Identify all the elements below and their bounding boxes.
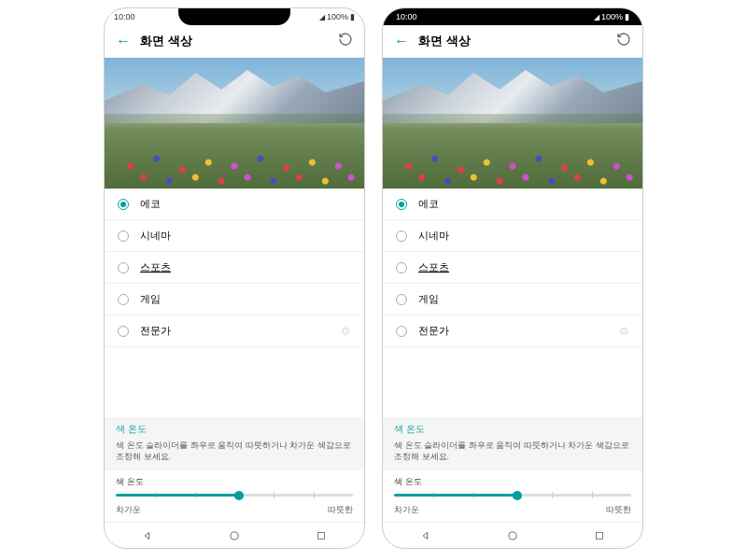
temp-description: 색 온도 슬라이더를 좌우로 움직여 따뜻하거나 차가운 색감으로 조정해 보세…	[394, 440, 631, 463]
battery-icon: ▮	[350, 12, 355, 21]
slider-thumb[interactable]	[234, 491, 244, 500]
slider-fill	[116, 494, 239, 497]
nav-bar	[105, 522, 364, 548]
gear-icon[interactable]: ⚙	[619, 325, 629, 338]
option-game[interactable]: 게임	[105, 284, 364, 315]
reset-button[interactable]	[338, 32, 353, 50]
page-title: 화면 색상	[418, 33, 607, 49]
phone-notch: 10:00 ◢ 100% ▮ ← 화면 색상 에코 시네마 스포츠	[104, 7, 365, 549]
radio-icon	[396, 199, 407, 210]
cold-label: 차가운	[394, 504, 419, 516]
status-right: ◢ 100% ▮	[594, 12, 629, 21]
temp-section-title: 색 온도	[394, 423, 631, 436]
option-sports[interactable]: 스포츠	[105, 252, 364, 284]
nav-bar	[383, 522, 642, 548]
radio-icon	[396, 326, 407, 337]
status-time: 10:00	[114, 12, 135, 21]
option-label: 시네마	[418, 229, 629, 243]
slider-fill	[394, 494, 517, 497]
temp-section-title: 색 온도	[116, 423, 353, 436]
radio-icon	[118, 199, 129, 210]
slider-label: 색 온도	[116, 476, 353, 488]
option-label: 시네마	[140, 229, 351, 243]
warm-label: 따뜻한	[328, 504, 353, 516]
radio-icon	[118, 231, 129, 242]
battery-percent: 100%	[327, 12, 348, 21]
option-label: 전문가	[418, 324, 608, 338]
svg-rect-3	[596, 532, 602, 539]
radio-icon	[118, 262, 129, 273]
app-header: ← 화면 색상	[383, 25, 642, 58]
reset-button[interactable]	[616, 32, 631, 50]
option-expert[interactable]: 전문가 ⚙	[105, 315, 364, 347]
slider-section: 색 온도 차가운 따뜻한	[105, 470, 364, 522]
svg-point-0	[231, 531, 238, 539]
slider-section: 색 온도 차가운 따뜻한	[383, 470, 642, 522]
slider-end-labels: 차가운 따뜻한	[394, 502, 631, 520]
option-label: 스포츠	[140, 260, 351, 274]
nav-home[interactable]	[227, 528, 242, 543]
battery-icon: ▮	[625, 12, 629, 21]
option-label: 게임	[140, 292, 351, 306]
preview-image	[105, 58, 364, 189]
option-label: 에코	[140, 197, 351, 211]
option-cinema[interactable]: 시네마	[105, 220, 364, 252]
nav-home[interactable]	[505, 528, 520, 543]
display-notch	[178, 8, 290, 25]
nav-back[interactable]	[418, 528, 433, 543]
option-expert[interactable]: 전문가 ⚙	[383, 315, 642, 347]
option-label: 게임	[418, 292, 629, 306]
warm-label: 따뜻한	[606, 504, 631, 516]
option-game[interactable]: 게임	[383, 284, 642, 315]
radio-icon	[396, 294, 407, 305]
option-eco[interactable]: 에코	[383, 189, 642, 220]
cold-label: 차가운	[116, 504, 141, 516]
gear-icon[interactable]: ⚙	[341, 325, 351, 338]
color-mode-options: 에코 시네마 스포츠 게임 전문가 ⚙	[383, 189, 642, 417]
slider-label: 색 온도	[394, 476, 631, 488]
back-button[interactable]: ←	[116, 33, 131, 49]
temp-slider[interactable]	[394, 494, 631, 497]
color-mode-options: 에코 시네마 스포츠 게임 전문가 ⚙	[105, 189, 364, 417]
status-right: ◢ 100% ▮	[319, 12, 355, 21]
radio-icon	[118, 326, 129, 337]
status-time: 10:00	[396, 12, 417, 21]
signal-icon: ◢	[319, 13, 325, 21]
phone-fullbar: 10:00 ◢ 100% ▮ ← 화면 색상 에코 시네마 스포츠	[382, 7, 643, 549]
temp-slider[interactable]	[116, 494, 353, 497]
option-eco[interactable]: 에코	[105, 189, 364, 220]
preview-image	[383, 58, 642, 189]
nav-recent[interactable]	[592, 528, 607, 543]
option-label: 전문가	[140, 324, 330, 338]
slider-thumb[interactable]	[513, 491, 522, 500]
option-cinema[interactable]: 시네마	[383, 220, 642, 252]
page-title: 화면 색상	[140, 33, 329, 49]
svg-rect-1	[317, 532, 324, 539]
signal-icon: ◢	[594, 13, 599, 21]
back-button[interactable]: ←	[394, 33, 409, 49]
app-header: ← 화면 색상	[105, 25, 364, 58]
status-bar: 10:00 ◢ 100% ▮	[383, 8, 642, 25]
option-label: 에코	[418, 197, 629, 211]
slider-end-labels: 차가운 따뜻한	[116, 502, 353, 520]
option-label: 스포츠	[418, 260, 629, 274]
radio-icon	[396, 231, 407, 242]
nav-recent[interactable]	[314, 528, 329, 543]
status-bar: 10:00 ◢ 100% ▮	[105, 8, 364, 25]
color-temp-section: 색 온도 색 온도 슬라이더를 좌우로 움직여 따뜻하거나 차가운 색감으로 조…	[383, 417, 642, 470]
temp-description: 색 온도 슬라이더를 좌우로 움직여 따뜻하거나 차가운 색감으로 조정해 보세…	[116, 440, 353, 463]
color-temp-section: 색 온도 색 온도 슬라이더를 좌우로 움직여 따뜻하거나 차가운 색감으로 조…	[105, 417, 364, 470]
radio-icon	[118, 294, 129, 305]
nav-back[interactable]	[140, 528, 155, 543]
radio-icon	[396, 262, 407, 273]
battery-percent: 100%	[601, 12, 623, 21]
option-sports[interactable]: 스포츠	[383, 252, 642, 284]
svg-point-2	[509, 531, 516, 539]
